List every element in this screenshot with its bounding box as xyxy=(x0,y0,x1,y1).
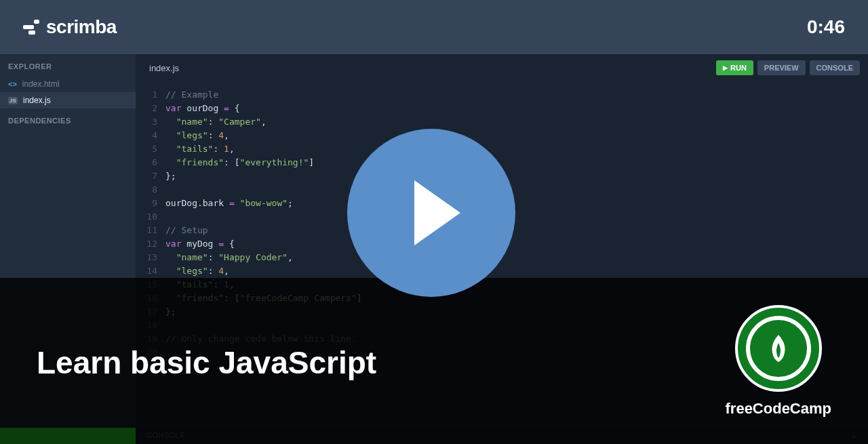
author-name: freeCodeCamp xyxy=(726,400,831,418)
run-button[interactable]: ▶ RUN xyxy=(716,60,753,75)
file-item-index-html[interactable]: <>index.html xyxy=(0,76,136,92)
console-panel-header[interactable]: CONSOLE ⌄ xyxy=(136,425,868,444)
active-tab-label[interactable]: index.js xyxy=(149,63,179,73)
author-avatar xyxy=(735,305,822,392)
play-video-button[interactable] xyxy=(347,129,515,297)
play-icon xyxy=(414,180,460,245)
scrimba-logo-icon xyxy=(23,20,39,35)
dependencies-heading: DEPENDENCIES xyxy=(0,108,136,130)
editor-toolbar: ▶ RUN PREVIEW CONSOLE xyxy=(716,60,860,75)
author-badge[interactable]: freeCodeCamp xyxy=(726,305,831,418)
console-panel-label: CONSOLE xyxy=(146,431,185,439)
file-item-index-js[interactable]: JSindex.js xyxy=(0,92,136,108)
file-item-label: index.js xyxy=(23,96,51,105)
explorer-heading: EXPLORER xyxy=(0,54,136,76)
js-file-icon: JS xyxy=(8,97,18,104)
editor-tabbar: index.js ▶ RUN PREVIEW CONSOLE xyxy=(136,54,868,81)
brand-name: scrimba xyxy=(46,16,117,38)
brand-logo[interactable]: scrimba xyxy=(23,16,117,38)
top-header: scrimba 0:46 xyxy=(0,0,868,54)
chevron-down-icon: ⌄ xyxy=(850,430,858,440)
file-item-label: index.html xyxy=(22,79,60,89)
file-explorer-sidebar: EXPLORER <>index.htmlJSindex.js DEPENDEN… xyxy=(0,54,136,444)
video-timestamp: 0:46 xyxy=(807,16,845,38)
html-file-icon: <> xyxy=(8,80,17,88)
run-button-label: RUN xyxy=(730,64,747,72)
video-progress-bar[interactable] xyxy=(0,428,136,444)
play-icon: ▶ xyxy=(723,64,728,71)
freecodecamp-flame-icon xyxy=(767,334,790,363)
console-button[interactable]: CONSOLE xyxy=(810,60,860,75)
preview-button[interactable]: PREVIEW xyxy=(757,60,806,75)
preview-button-label: PREVIEW xyxy=(764,64,799,72)
lesson-title: Learn basic JavaScript xyxy=(37,344,376,381)
console-button-label: CONSOLE xyxy=(816,64,853,72)
